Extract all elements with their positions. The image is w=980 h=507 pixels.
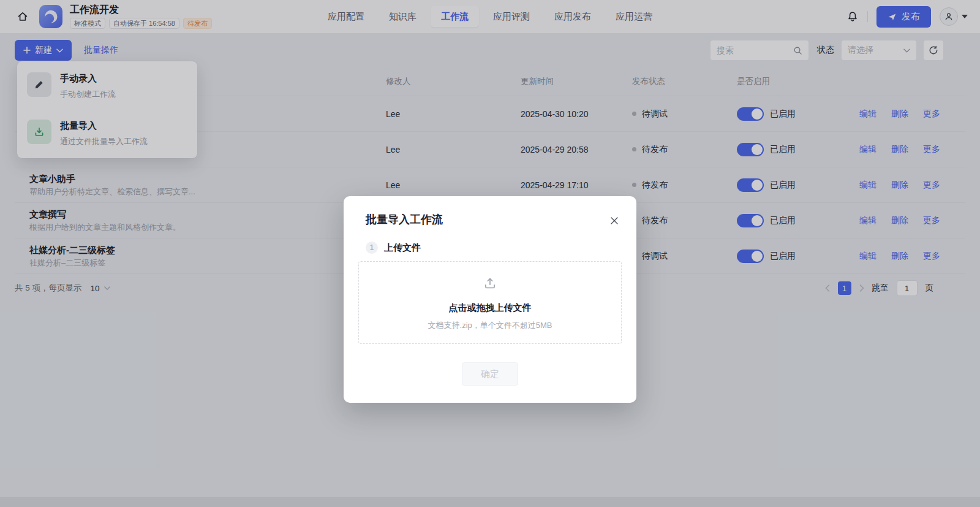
batch-import-modal: 批量导入工作流 1 上传文件 点击或拖拽上传文件 文档支持.zip，单个文件不超… — [344, 196, 636, 403]
dropzone-title: 点击或拖拽上传文件 — [365, 302, 615, 314]
dropzone-hint: 文档支持.zip，单个文件不超过5MB — [365, 320, 615, 331]
step-label: 上传文件 — [384, 242, 421, 254]
upload-dropzone[interactable]: 点击或拖拽上传文件 文档支持.zip，单个文件不超过5MB — [358, 261, 622, 344]
step-number: 1 — [366, 242, 378, 254]
close-button[interactable] — [607, 213, 622, 228]
step-header: 1 上传文件 — [358, 242, 622, 254]
close-icon — [610, 216, 619, 225]
modal-title: 批量导入工作流 — [358, 212, 622, 227]
upload-icon — [483, 276, 497, 290]
confirm-button[interactable]: 确定 — [462, 362, 518, 386]
